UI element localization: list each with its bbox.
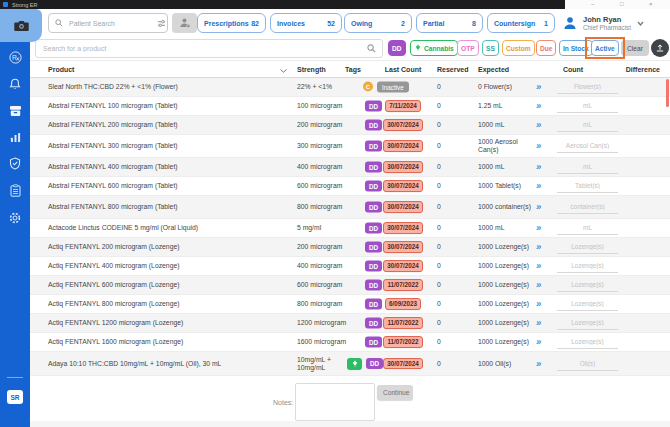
user-menu[interactable]: John Ryan Chief Pharmacist xyxy=(562,11,662,35)
product-strength: 400 microgram xyxy=(297,163,357,171)
sr-logo-icon[interactable]: SR xyxy=(7,390,23,404)
copy-expected-icon[interactable]: » xyxy=(536,201,552,213)
filter-custom[interactable]: Custom xyxy=(502,40,535,56)
sidebar-item-inventory[interactable] xyxy=(0,103,30,118)
patient-search-input[interactable] xyxy=(48,13,168,33)
notes-label: Notes: xyxy=(273,399,293,406)
col-reserved[interactable]: Reserved xyxy=(437,66,469,73)
col-product[interactable]: Product xyxy=(48,66,74,73)
scrollbar-thumb[interactable] xyxy=(666,79,670,107)
count-input[interactable] xyxy=(557,99,618,113)
upload-button[interactable] xyxy=(651,39,669,57)
nav-invoices-button[interactable]: Invoices 52 xyxy=(270,13,342,33)
count-input[interactable] xyxy=(557,259,618,273)
col-strength[interactable]: Strength xyxy=(297,66,326,73)
filter-label: Custom xyxy=(506,45,531,52)
close-button[interactable]: × xyxy=(649,0,653,9)
patient-search-field[interactable] xyxy=(67,19,157,28)
product-search-input[interactable] xyxy=(35,39,383,58)
product-strength: 1200 microgram xyxy=(297,319,357,327)
product-name: Abstral FENTANYL 800 microgram (Tablet) xyxy=(48,203,280,211)
sidebar-item-notifications[interactable] xyxy=(0,76,30,91)
col-tags[interactable]: Tags xyxy=(345,66,361,73)
filter-ss[interactable]: SS xyxy=(482,40,499,56)
add-patient-button[interactable] xyxy=(172,13,197,33)
reserved-value: 0 xyxy=(437,163,459,171)
filter-in-stock[interactable]: In Stock xyxy=(559,40,593,56)
expected-value: 1.25 mL xyxy=(478,102,535,110)
copy-expected-icon[interactable]: » xyxy=(536,298,552,310)
count-input[interactable] xyxy=(557,139,618,153)
product-strength: 600 microgram xyxy=(297,182,357,190)
notes-textarea[interactable] xyxy=(295,383,375,421)
nav-owing-button[interactable]: Owing 2 xyxy=(344,13,412,33)
filter-cannabis[interactable]: Cannabis xyxy=(410,40,458,56)
product-name: Adaya 10:10 THC:CBD 10mg/mL + 10mg/mL (O… xyxy=(48,359,280,367)
count-input[interactable] xyxy=(557,316,618,330)
count-input[interactable] xyxy=(557,278,618,292)
table-row: Abstral FENTANYL 300 microgram (Tablet)3… xyxy=(30,135,670,158)
nav-countersign-button[interactable]: Countersign 1 xyxy=(487,13,555,33)
reserved-value: 0 xyxy=(437,203,459,211)
count-input[interactable] xyxy=(557,179,618,193)
filter-label: DD xyxy=(392,45,402,52)
filter-dd[interactable]: DD xyxy=(388,40,406,56)
maximize-button[interactable]: □ xyxy=(620,0,624,9)
copy-expected-icon[interactable]: » xyxy=(536,81,552,93)
product-search-field[interactable] xyxy=(36,44,367,53)
filter-active[interactable]: Active xyxy=(591,40,619,56)
nav-label: Prescriptions xyxy=(204,20,249,27)
product-name: Actiq FENTANYL 600 microgram (Lozenge) xyxy=(48,281,280,289)
count-input[interactable] xyxy=(557,118,618,132)
copy-expected-icon[interactable]: » xyxy=(536,317,552,329)
count-input[interactable] xyxy=(557,200,618,214)
product-strength: 800 microgram xyxy=(297,203,357,211)
inventory-box-icon xyxy=(9,105,22,117)
count-input[interactable] xyxy=(557,240,618,254)
col-expected[interactable]: Expected xyxy=(478,66,509,73)
last-count: 30/07/2024 xyxy=(375,180,431,192)
copy-expected-icon[interactable]: » xyxy=(536,241,552,253)
count-input[interactable] xyxy=(557,335,618,349)
copy-expected-icon[interactable]: » xyxy=(536,180,552,192)
count-input[interactable] xyxy=(557,160,618,174)
last-count: 30/07/2024 xyxy=(375,140,431,152)
nav-count: 82 xyxy=(251,20,259,27)
copy-expected-icon[interactable]: » xyxy=(536,336,552,348)
nav-label: Partial xyxy=(423,20,444,27)
col-difference[interactable]: Difference xyxy=(600,66,660,73)
expected-value: 0 Flower(s) xyxy=(478,83,535,91)
copy-expected-icon[interactable]: » xyxy=(536,161,552,173)
copy-expected-icon[interactable]: » xyxy=(536,222,552,234)
sidebar-item-prescriptions[interactable]: R xyxy=(0,50,30,65)
product-name: Actiq FENTANYL 1600 microgram (Lozenge) xyxy=(48,338,280,346)
col-last-count[interactable]: Last Count xyxy=(375,66,431,73)
sort-down-icon[interactable] xyxy=(280,69,287,73)
copy-expected-icon[interactable]: » xyxy=(536,119,552,131)
clear-filters-button[interactable]: Clear xyxy=(621,40,649,56)
copy-expected-icon[interactable]: » xyxy=(536,260,552,272)
nav-partial-button[interactable]: Partial 8 xyxy=(416,13,483,33)
copy-expected-icon[interactable]: » xyxy=(536,358,552,370)
col-count[interactable]: Count xyxy=(545,66,601,73)
count-input[interactable] xyxy=(557,80,618,94)
copy-expected-icon[interactable]: » xyxy=(536,140,552,152)
filter-due[interactable]: Due xyxy=(536,40,556,56)
nav-prescriptions-button[interactable]: Prescriptions 82 xyxy=(197,13,266,33)
count-input[interactable] xyxy=(557,221,618,235)
continue-button[interactable]: Continue xyxy=(377,385,413,400)
copy-expected-icon[interactable]: » xyxy=(536,279,552,291)
table-row: Actacode Linctus CODEINE 5 mg/ml (Oral L… xyxy=(30,219,670,238)
sidebar-item-compliance[interactable] xyxy=(0,156,30,171)
sidebar-item-camera[interactable] xyxy=(0,9,42,42)
sidebar-item-reports[interactable] xyxy=(0,130,30,145)
sidebar-item-settings[interactable] xyxy=(0,210,30,225)
sidebar-item-registers[interactable] xyxy=(0,183,30,198)
minimize-button[interactable]: – xyxy=(591,0,594,9)
filter-otp[interactable]: OTP xyxy=(457,40,479,56)
tune-filter-icon[interactable] xyxy=(157,19,166,28)
reserved-value: 0 xyxy=(437,300,459,308)
count-input[interactable] xyxy=(557,297,618,311)
copy-expected-icon[interactable]: » xyxy=(536,100,552,112)
count-input[interactable] xyxy=(557,357,618,371)
